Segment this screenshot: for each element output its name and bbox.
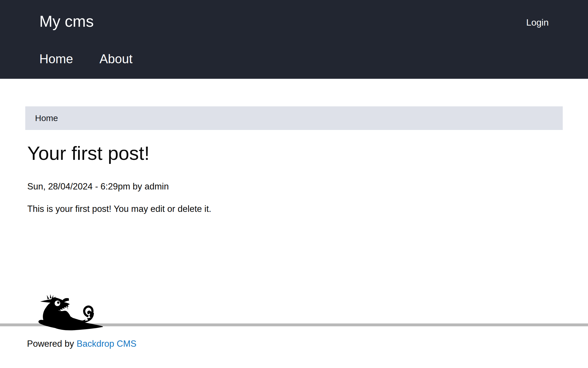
post-title: Your first post! (27, 143, 563, 164)
powered-by-prefix: Powered by (27, 339, 74, 349)
backdrop-dragon-logo-icon (37, 294, 109, 334)
site-name-link[interactable]: My cms (39, 13, 94, 30)
login-link[interactable]: Login (526, 17, 549, 28)
breadcrumb-item-home[interactable]: Home (35, 113, 58, 123)
powered-by: Powered byBackdrop CMS (27, 338, 136, 349)
nav-item-home[interactable]: Home (39, 51, 73, 67)
page-container: Home Your first post! Sun, 28/04/2024 - … (25, 106, 563, 215)
post-meta: Sun, 28/04/2024 - 6:29pm by admin (27, 181, 563, 192)
backdrop-cms-link[interactable]: Backdrop CMS (77, 339, 136, 349)
site-footer: Powered byBackdrop CMS (0, 294, 588, 368)
main-nav: Home About (39, 51, 549, 67)
nav-item-about[interactable]: About (99, 51, 132, 67)
header-inner: My cms Login Home About (25, 0, 563, 79)
breadcrumb: Home (25, 106, 563, 130)
post-body: This is your first post! You may edit or… (27, 204, 563, 215)
site-header: My cms Login Home About (0, 0, 588, 79)
